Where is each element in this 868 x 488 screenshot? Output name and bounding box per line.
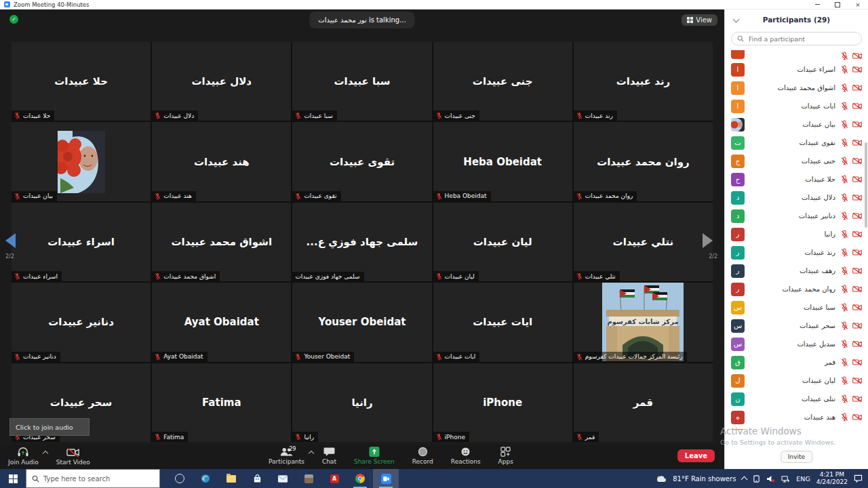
acrobat-button[interactable]: A	[321, 469, 347, 488]
video-tile[interactable]: ايات عبيدات ايات عبيدات	[433, 283, 572, 361]
participant-row[interactable]: ر روان محمد عبيدات	[731, 280, 862, 298]
video-tile[interactable]: مركز شابات كفرسوم رئيسة المركز جمالات عب…	[574, 283, 713, 361]
avatar: ج	[731, 155, 745, 168]
muted-mic-icon	[295, 192, 301, 200]
participant-row[interactable]: س سبا عبيدات	[731, 298, 862, 317]
app-button[interactable]	[296, 469, 321, 488]
panel-scrollbar[interactable]	[865, 142, 867, 228]
close-button[interactable]: ×	[848, 0, 868, 9]
video-tile[interactable]: دلال عبيدات دلال عبيدات	[152, 42, 291, 121]
mail-button[interactable]	[270, 469, 296, 488]
participant-search[interactable]	[731, 32, 862, 45]
audio-options-chevron[interactable]	[43, 451, 48, 456]
video-tile[interactable]: رانيا رانيا	[292, 363, 431, 442]
participant-row[interactable]: س سحر عبيدات	[731, 317, 862, 335]
participant-row[interactable]: د دنانير عبيدات	[731, 207, 862, 225]
video-tile[interactable]: حلا عبيدات حلا عبيدات	[12, 42, 151, 121]
participant-name: دنانير عبيدات	[12, 283, 151, 361]
network-tray-icon[interactable]	[781, 475, 790, 483]
invite-button[interactable]: Invite	[781, 451, 812, 463]
participant-row[interactable]: ح حلا عبيدات	[731, 170, 862, 188]
video-tile[interactable]: دنانير عبيدات دنانير عبيدات	[12, 283, 151, 361]
talking-toast: نور محمد عبيدات is talking...	[309, 12, 414, 28]
language-indicator[interactable]: ENG	[796, 475, 810, 483]
video-tile[interactable]: اسراء عبيدات اسراء عبيدات	[12, 203, 151, 281]
chat-button[interactable]: Chat	[322, 447, 336, 465]
action-center-icon[interactable]	[854, 474, 863, 483]
device-tray-icon[interactable]	[753, 475, 760, 483]
video-tile[interactable]: Youser Obeidat Youser Obeidat	[292, 283, 431, 361]
participant-row[interactable]: ر رانيا	[731, 225, 862, 243]
participant-row[interactable]: ت تقوى عبيدات	[731, 134, 862, 152]
view-button[interactable]: View	[682, 14, 717, 26]
participants-button[interactable]: 29 Participants	[269, 447, 304, 465]
participants-options-chevron[interactable]	[309, 451, 314, 456]
search-icon	[32, 475, 39, 483]
apps-button[interactable]: Apps	[498, 447, 513, 465]
store-button[interactable]	[244, 469, 270, 488]
participant-row[interactable]: ا ايات عبيدات	[731, 97, 862, 115]
participant-name: قمر	[750, 359, 835, 366]
video-tile[interactable]: بيان عبيدات	[12, 122, 151, 201]
participant-row[interactable]: ق قمر	[731, 353, 862, 371]
search-input[interactable]	[747, 35, 856, 43]
video-tile[interactable]: ليان عبيدات ليان عبيدات	[433, 203, 572, 281]
participant-row[interactable]: ل ليان عبيدات	[731, 371, 862, 390]
next-page-button[interactable]: 2/2	[696, 233, 723, 260]
video-tile[interactable]: سبا عبيدات سبا عبيدات	[292, 42, 431, 121]
participant-row[interactable]: ن نتلي عبيدات	[731, 390, 862, 408]
tray-expand-chevron[interactable]	[741, 476, 748, 483]
participant-row[interactable]: ج جنى عبيدات	[731, 152, 862, 170]
participant-row[interactable]: ا اسراء عبيدات	[731, 60, 862, 79]
reactions-button[interactable]: Reactions	[451, 447, 481, 465]
video-tile[interactable]: روان محمد عبيدات روان محمد عبيدات	[574, 122, 713, 201]
share-screen-button[interactable]: Share Screen	[354, 447, 395, 465]
cortana-button[interactable]	[167, 469, 193, 488]
participant-row[interactable]	[731, 50, 862, 60]
security-shield-icon[interactable]: ✓	[9, 15, 18, 24]
video-tile[interactable]: Ayat Obaidat Ayat Obaidat	[152, 283, 291, 361]
taskbar-search[interactable]: Type here to search	[26, 469, 160, 488]
video-off-icon	[852, 84, 862, 92]
start-video-button[interactable]: Start Video	[56, 447, 90, 466]
panel-collapse-chevron-icon[interactable]	[733, 16, 740, 23]
participant-row[interactable]: د دلال عبيدات	[731, 188, 862, 207]
minimize-button[interactable]	[807, 0, 827, 9]
clock[interactable]: 4:21 PM 4/24/2022	[816, 471, 848, 487]
participant-row[interactable]: س سديل عبيدات	[731, 335, 862, 353]
video-tile[interactable]: iPhone iPhone	[433, 363, 572, 442]
participant-row[interactable]: ه هند عبيدات	[731, 408, 862, 426]
participant-row[interactable]: ر رهف عبيدات	[731, 262, 862, 280]
participant-row[interactable]: س سلمى جهاد فوزي عبيدات	[731, 426, 862, 430]
meeting-area: ✓ نور محمد عبيدات is talking... View حلا…	[0, 9, 724, 469]
video-tile[interactable]: Heba Obeidat Heba Obeidat	[433, 122, 572, 201]
participant-row[interactable]: ا اشواق محمد عبيدات	[731, 79, 862, 97]
muted-mic-icon	[295, 112, 301, 119]
video-tile[interactable]: هند عبيدات هند عبيدات	[152, 122, 291, 201]
participant-row[interactable]: ر رند عبيدات	[731, 243, 862, 262]
join-audio-button[interactable]: Join Audio	[8, 447, 39, 466]
video-tile[interactable]: جنى عبيدات جنى عبيدات	[433, 42, 572, 121]
record-button[interactable]: Record	[412, 447, 433, 465]
video-off-icon	[852, 121, 862, 128]
chrome-button[interactable]	[347, 469, 373, 488]
video-tile[interactable]: قمر قمر	[574, 363, 713, 442]
avatar: ا	[731, 100, 745, 113]
leave-button[interactable]: Leave	[677, 449, 715, 462]
video-tile[interactable]: اشواق محمد عبيدات اشواق محمد عبيدات	[152, 203, 291, 281]
edge-button[interactable]	[193, 469, 218, 488]
video-tile[interactable]: تقوى عبيدات تقوى عبيدات	[292, 122, 431, 201]
maximize-button[interactable]	[827, 0, 848, 9]
video-tile[interactable]: Fatima Fatima	[152, 363, 291, 442]
video-tile[interactable]: سلمى جهاد فوزي ع... سلمى جهاد فوزي عبيدا…	[292, 203, 431, 281]
participant-row[interactable]: بيان عبيدات	[731, 115, 862, 134]
speaker-muted-tray-icon[interactable]	[766, 475, 775, 483]
zoom-taskbar-button[interactable]	[373, 469, 399, 488]
participant-name: جنى عبيدات	[433, 42, 572, 121]
prev-page-button[interactable]: 2/2	[1, 233, 28, 260]
file-explorer-button[interactable]	[218, 469, 244, 488]
video-tile[interactable]: رند عبيدات رند عبيدات	[574, 42, 713, 121]
start-button[interactable]	[0, 469, 26, 488]
video-tile[interactable]: نتلي عبيدات نتلي عبيدات	[574, 203, 713, 281]
weather-text[interactable]: 81°F Rain showers	[673, 475, 736, 483]
